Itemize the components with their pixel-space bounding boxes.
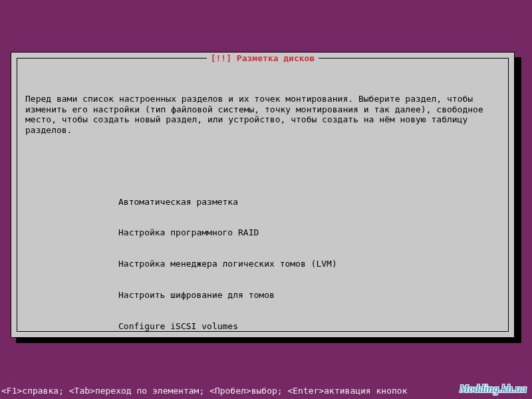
help-footer: <F1>справка; <Tab>переход по элементам; … [0,386,532,396]
menu-iscsi[interactable]: Configure iSCSI volumes [118,321,500,332]
menu-software-raid[interactable]: Настройка программного RAID [118,227,500,238]
dialog-title: [!!] Разметка дисков [207,53,319,63]
menu-encrypted-volumes[interactable]: Настроить шифрование для томов [118,290,500,301]
instructions-text: Перед вами список настроенных разделов и… [25,94,500,135]
config-menu: Автоматическая разметка Настройка програ… [118,176,500,352]
watermark: Modding.kh.ua [460,382,527,395]
partition-dialog: [!!] Разметка дисков Перед вами список н… [11,52,515,338]
menu-lvm[interactable]: Настройка менеджера логических томов (LV… [118,259,500,269]
menu-guided-partitioning[interactable]: Автоматическая разметка [118,197,500,207]
dialog-border: [!!] Разметка дисков Перед вами список н… [17,58,509,332]
